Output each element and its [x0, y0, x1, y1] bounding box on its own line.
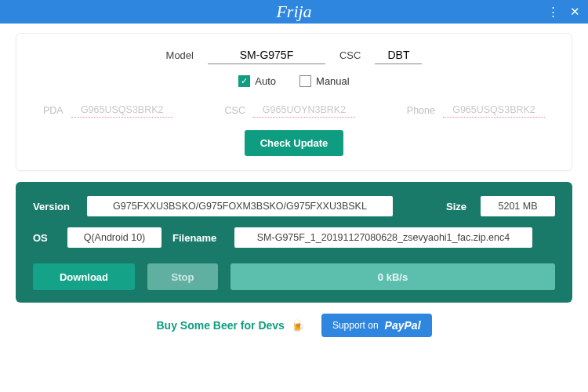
- auto-checkbox-label: Auto: [255, 75, 276, 87]
- pda-input[interactable]: [71, 103, 173, 118]
- check-update-button[interactable]: Check Update: [245, 130, 344, 156]
- stop-button[interactable]: Stop: [147, 263, 218, 290]
- close-icon[interactable]: ✕: [570, 0, 580, 24]
- download-button[interactable]: Download: [33, 263, 135, 290]
- result-panel: Version G975FXXU3BSKO/G975FOXM3BSKO/G975…: [16, 182, 572, 303]
- donate-beer-label: Buy Some Beer for Devs: [156, 319, 284, 332]
- titlebar: Frija ⋮ ✕: [0, 0, 588, 24]
- version-label: Version: [33, 201, 76, 212]
- beer-icon: 🍺: [291, 319, 304, 332]
- size-value: 5201 MB: [481, 196, 555, 216]
- paypal-button[interactable]: Support on PayPal: [321, 314, 432, 337]
- paypal-support-label: Support on: [332, 320, 379, 331]
- manual-checkbox-label: Manual: [316, 75, 350, 87]
- paypal-logo-icon: PayPal: [385, 319, 421, 332]
- speed-indicator: 0 kB/s: [230, 263, 555, 290]
- build-csc-label: CSC: [225, 105, 245, 116]
- footer: Buy Some Beer for Devs 🍺 Support on PayP…: [16, 314, 572, 337]
- size-label: Size: [446, 201, 470, 212]
- pda-label: PDA: [43, 105, 64, 116]
- titlebar-controls: ⋮ ✕: [547, 0, 580, 24]
- csc-label: CSC: [339, 49, 361, 61]
- input-panel: Model CSC ✓ Auto Manual PDA CSC: [16, 33, 572, 171]
- build-csc-input[interactable]: [253, 103, 355, 118]
- app-title: Frija: [276, 2, 311, 22]
- version-value: G975FXXU3BSKO/G975FOXM3BSKO/G975FXXU3BSK…: [87, 196, 393, 216]
- phone-label: Phone: [407, 105, 435, 116]
- phone-input[interactable]: [443, 103, 545, 118]
- model-label: Model: [166, 49, 194, 61]
- donate-beer-link[interactable]: Buy Some Beer for Devs 🍺: [156, 319, 303, 332]
- filename-label: Filename: [172, 232, 223, 244]
- os-value: Q(Android 10): [67, 227, 162, 248]
- manual-checkbox[interactable]: Manual: [299, 75, 350, 87]
- os-label: OS: [33, 232, 56, 244]
- menu-icon[interactable]: ⋮: [547, 0, 559, 24]
- model-input[interactable]: [208, 46, 325, 64]
- csc-input[interactable]: [375, 46, 422, 64]
- filename-value: SM-G975F_1_20191127080628_zsevyaohi1_fac…: [234, 227, 532, 248]
- auto-checkbox[interactable]: ✓ Auto: [238, 75, 276, 87]
- checkbox-checked-icon: ✓: [238, 75, 250, 87]
- checkbox-unchecked-icon: [299, 75, 311, 87]
